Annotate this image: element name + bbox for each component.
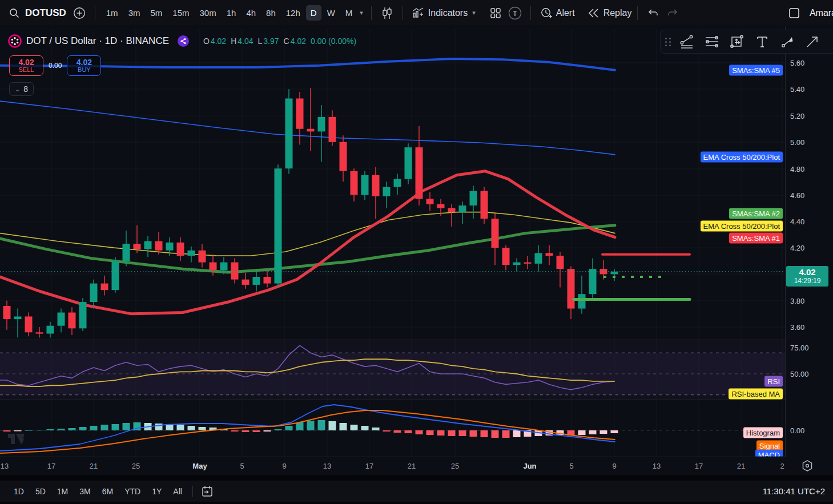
timeframe-button-D[interactable]: D (306, 5, 321, 21)
indicator-axis-label: EMA Cross 50/200:Plot (701, 221, 783, 232)
time-axis-label: 5 (240, 462, 244, 470)
search-icon[interactable] (5, 3, 24, 23)
alert-button[interactable]: Alert (556, 8, 575, 18)
time-axis-label: May (192, 462, 207, 470)
symbol-title[interactable]: DOT / US Dollar · 1D · BINANCE (26, 35, 169, 47)
hidden-indicators-chip[interactable]: ⌄ 8 (9, 82, 34, 96)
share-icon[interactable] (177, 35, 190, 47)
settings-hexagon-icon[interactable] (800, 459, 814, 473)
time-axis[interactable]: 13172125May5913172125Jun591317212 (0, 457, 786, 475)
chevron-down-icon[interactable]: ▾ (472, 9, 476, 17)
range-button-3M[interactable]: 3M (75, 485, 95, 498)
time-axis-label: 13 (323, 462, 331, 470)
buy-button[interactable]: 4.02 BUY (67, 55, 101, 76)
horizontal-line-tool-icon[interactable] (699, 31, 725, 53)
chevron-down-icon[interactable]: ▾ (360, 9, 363, 17)
add-symbol-plus-icon[interactable] (70, 3, 89, 23)
range-button-All[interactable]: All (168, 485, 187, 498)
replay-button[interactable]: Replay (603, 8, 632, 18)
bottom-divider (0, 475, 833, 481)
timeframe-button-3m[interactable]: 3m (124, 5, 145, 21)
timeframe-button-8h[interactable]: 8h (261, 5, 280, 21)
clock-utc-label[interactable]: 11:30:41 UTC+2 (763, 486, 825, 496)
redo-icon[interactable] (663, 3, 682, 23)
symbol-search-button[interactable]: DOTUSD (25, 7, 66, 19)
current-price-label: 4.02 14:29:19 (786, 266, 828, 287)
price-axis-label: 5.20 (790, 112, 804, 120)
price-axis[interactable]: 5.605.405.205.004.804.604.404.203.803.60… (786, 26, 833, 475)
replay-rewind-icon[interactable] (584, 3, 603, 23)
sell-button[interactable]: 4.02 SELL (9, 55, 43, 76)
time-axis-label: 17 (365, 462, 373, 470)
timeframe-button-M[interactable]: M (341, 5, 357, 21)
sell-label: SELL (19, 67, 34, 74)
bottom-toolbar: 1D5D1M3M6MYTD1YAll 11:30:41 UTC+2 (0, 481, 833, 502)
templates-t-icon[interactable]: T (505, 3, 525, 23)
timeframe-button-1m[interactable]: 1m (102, 5, 123, 21)
time-axis-label: 21 (408, 462, 416, 470)
range-button-1M[interactable]: 1M (53, 485, 73, 498)
symbol-legend: DOT / US Dollar · 1D · BINANCE O4.02 H4.… (8, 34, 356, 48)
chevron-down-icon: ⌄ (15, 86, 20, 93)
pane-separator[interactable] (0, 400, 833, 400)
open-value: 4.02 (211, 37, 226, 46)
trade-panel: 4.02 SELL 0.00 4.02 BUY (9, 55, 101, 76)
arrow-marker-tool-icon[interactable] (775, 31, 800, 53)
price-axis-label: 3.80 (790, 297, 804, 305)
indicators-button[interactable]: Indicators (428, 8, 468, 18)
change-value: 0.00 (0.00%) (311, 37, 356, 46)
timeframe-button-1h[interactable]: 1h (222, 5, 241, 21)
timeframe-button-4h[interactable]: 4h (242, 5, 260, 21)
range-button-1Y[interactable]: 1Y (147, 485, 166, 498)
price-axis-label: 3.60 (790, 323, 804, 332)
indicator-axis-label: SMAs:SMA #5 (729, 65, 783, 76)
range-button-6M[interactable]: 6M (98, 485, 118, 498)
timeframe-button-15m[interactable]: 15m (168, 5, 194, 21)
time-axis-label: 25 (132, 462, 140, 470)
bottom-edge (0, 502, 833, 504)
drag-handle-icon[interactable] (664, 34, 672, 49)
range-button-1D[interactable]: 1D (9, 485, 29, 498)
save-layout-square-icon[interactable] (784, 3, 804, 23)
bar-countdown: 14:29:19 (786, 277, 828, 285)
sell-price: 4.02 (18, 58, 34, 67)
undo-icon[interactable] (643, 3, 663, 23)
position-projection-tool-icon[interactable] (725, 31, 750, 53)
price-axis-label: 5.40 (790, 85, 804, 94)
price-axis-label: 75.00 (790, 344, 809, 352)
candles-style-icon[interactable] (377, 3, 397, 23)
timeframe-button-W[interactable]: W (323, 5, 340, 21)
alert-clock-icon[interactable] (537, 3, 556, 23)
range-button-YTD[interactable]: YTD (120, 485, 145, 498)
range-button-5D[interactable]: 5D (31, 485, 50, 498)
timeframe-button-30m[interactable]: 30m (195, 5, 221, 21)
timeframe-button-12h[interactable]: 12h (281, 5, 305, 21)
text-tool-icon[interactable] (750, 31, 775, 53)
layout-grid-icon[interactable] (486, 3, 505, 23)
indicator-axis-label: Histogram (743, 428, 783, 438)
trend-line-tool-icon[interactable] (674, 31, 699, 53)
indicators-icon[interactable] (409, 3, 428, 23)
layout-name-label[interactable]: Amara (810, 8, 833, 18)
tradingview-watermark-icon (7, 429, 30, 446)
price-axis-label: 4.60 (790, 191, 804, 200)
svg-text:T: T (513, 9, 517, 17)
time-axis-label: 9 (612, 462, 616, 470)
tradingview-chart-app: DOTUSD 1m3m5m15m30m1h4h8h12hDWM ▾ Indica… (0, 0, 833, 504)
price-axis-label: 0.00 (790, 426, 804, 435)
toolbar-divider (371, 6, 372, 20)
time-axis-label: 2 (780, 462, 784, 470)
pane-separator[interactable] (0, 340, 833, 340)
overlay-lines (0, 59, 615, 314)
high-value: 4.04 (238, 37, 253, 46)
time-axis-label: 13 (653, 462, 661, 470)
drawing-toolbar (660, 30, 833, 54)
low-label: L (258, 37, 263, 46)
main-chart-canvas[interactable] (0, 0, 785, 457)
buy-label: BUY (78, 67, 91, 74)
time-axis-label: 25 (451, 462, 459, 470)
toolbar-divider (403, 6, 403, 20)
calendar-go-to-date-icon[interactable] (198, 482, 217, 501)
arrow-tool-icon[interactable] (800, 31, 825, 53)
timeframe-button-5m[interactable]: 5m (146, 5, 167, 21)
